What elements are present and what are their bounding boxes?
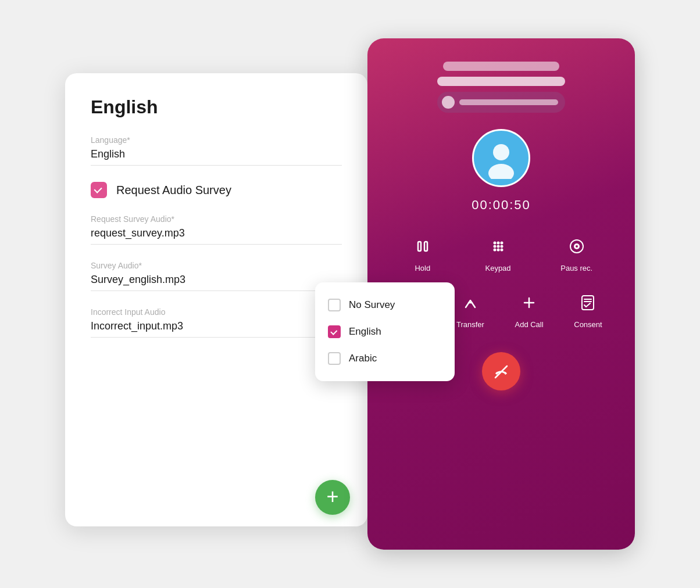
end-call-icon [492,363,510,380]
arabic-label: Arabic [349,353,377,364]
dropdown-menu: No Survey English Arabic [315,282,455,381]
svg-point-0 [493,144,509,160]
form-title: English [91,96,342,118]
keypad-button[interactable]: Keypad [485,234,510,273]
transfer-label: Transfer [456,320,484,329]
consent-button[interactable]: Consent [574,290,602,329]
bar-3 [437,92,565,113]
svg-point-15 [576,245,578,248]
survey-audio-label: Survey Audio* [91,261,342,270]
svg-point-11 [497,249,499,252]
keypad-icon [485,234,511,259]
incorrect-input-label: Incorrect Input Audio [91,307,342,317]
language-label: Language* [91,135,342,145]
add-call-icon [516,290,542,315]
svg-point-1 [488,164,514,179]
svg-point-8 [497,245,499,248]
dropdown-item-no-survey[interactable]: No Survey [315,292,455,318]
add-button[interactable]: + [315,480,350,515]
paus-rec-button[interactable]: Paus rec. [560,234,592,273]
no-survey-checkbox[interactable] [328,299,341,311]
survey-audio-value[interactable]: Survey_english.mp3 [91,274,342,291]
caller-avatar [472,129,530,187]
bar-2 [437,77,565,86]
request-survey-value[interactable]: request_survey.mp3 [91,227,342,245]
paus-rec-label: Paus rec. [560,264,592,273]
request-survey-label: Request Survey Audio* [91,214,342,224]
no-survey-label: No Survey [349,299,395,311]
add-call-button[interactable]: Add Call [515,290,543,329]
hold-button[interactable]: Hold [410,234,435,273]
keypad-label: Keypad [485,264,510,273]
hold-icon [410,234,435,259]
svg-point-5 [497,242,499,245]
audio-survey-checkbox[interactable] [91,182,107,198]
transfer-button[interactable]: Transfer [456,290,484,329]
paus-rec-icon [564,234,590,259]
consent-label: Consent [574,320,602,329]
svg-point-12 [500,249,503,252]
incorrect-input-value[interactable]: Incorrect_input.mp3 [91,320,342,338]
english-label: English [349,326,381,338]
audio-survey-label: Request Audio Survey [116,184,231,197]
english-checkbox[interactable] [328,325,341,338]
request-survey-field: Request Survey Audio* request_survey.mp3 [91,214,342,245]
transfer-icon [458,290,483,315]
language-field: Language* English [91,135,342,166]
svg-rect-20 [582,296,594,310]
dropdown-item-english[interactable]: English [315,318,455,345]
arabic-checkbox[interactable] [328,352,341,365]
bar-3-text [459,99,558,105]
end-call-button[interactable] [482,352,520,390]
bar-1 [443,62,559,71]
svg-rect-3 [424,242,427,251]
consent-icon [575,290,601,315]
person-icon [480,137,522,179]
audio-survey-checkbox-row[interactable]: Request Audio Survey [91,182,342,198]
svg-point-6 [500,242,503,245]
svg-point-7 [493,245,496,248]
survey-audio-field: Survey Audio* Survey_english.mp3 [91,261,342,291]
dropdown-item-arabic[interactable]: Arabic [315,345,455,372]
add-call-label: Add Call [515,320,543,329]
svg-point-9 [500,245,503,248]
call-timer: 00:00:50 [472,198,531,213]
svg-point-10 [493,249,496,252]
svg-rect-2 [418,242,421,251]
hold-label: Hold [415,264,430,273]
phone-top-bars [385,62,617,113]
language-value: English [91,148,342,166]
add-icon: + [326,486,338,507]
incorrect-input-field: Incorrect Input Audio Incorrect_input.mp… [91,307,342,338]
svg-point-4 [493,242,496,245]
toggle-icon[interactable] [442,96,455,109]
controls-row-1: Hold Keypad [385,234,617,273]
